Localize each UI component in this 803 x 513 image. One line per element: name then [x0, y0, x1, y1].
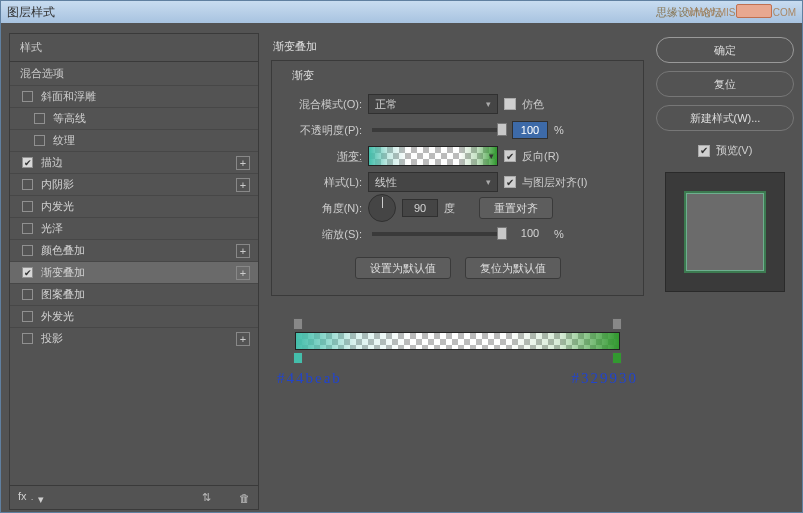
dither-checkbox[interactable] [504, 98, 516, 110]
hex-left-annotation: #44beab [277, 370, 342, 387]
style-checkbox[interactable] [22, 245, 33, 256]
up-down-icon[interactable]: ⇅ [202, 491, 211, 504]
blend-options-header[interactable]: 混合选项 [10, 61, 258, 85]
style-label: 描边 [41, 155, 236, 170]
align-layer-checkbox[interactable]: ✔ [504, 176, 516, 188]
degree-label: 度 [444, 201, 455, 216]
chevron-down-icon: ▾ [489, 151, 494, 161]
slider-thumb[interactable] [497, 227, 507, 240]
reset-button[interactable]: 复位 [656, 71, 794, 97]
style-checkbox[interactable] [34, 135, 45, 146]
set-default-button[interactable]: 设置为默认值 [355, 257, 451, 279]
reverse-checkbox[interactable]: ✔ [504, 150, 516, 162]
blend-mode-label: 混合模式(O): [282, 97, 362, 112]
style-label: 图案叠加 [41, 287, 250, 302]
scale-slider[interactable] [372, 232, 502, 236]
gradient-bar[interactable] [295, 332, 620, 350]
new-style-button[interactable]: 新建样式(W)... [656, 105, 794, 131]
style-checkbox[interactable] [22, 201, 33, 212]
style-label: 样式(L): [282, 175, 362, 190]
close-icon[interactable] [736, 4, 772, 18]
style-label: 投影 [41, 331, 236, 346]
chevron-down-icon: ▾ [486, 99, 491, 109]
opacity-slider[interactable] [372, 128, 502, 132]
window-title: 图层样式 [7, 4, 55, 21]
style-checkbox[interactable] [22, 333, 33, 344]
style-item-3[interactable]: ✔描边+ [10, 151, 258, 173]
scale-input[interactable]: 100 [512, 225, 548, 243]
style-item-11[interactable]: 投影+ [10, 327, 258, 349]
style-checkbox[interactable] [22, 289, 33, 300]
style-checkbox[interactable] [22, 179, 33, 190]
style-label: 内阴影 [41, 177, 236, 192]
titlebar[interactable]: 图层样式 思缘设计论坛 WWW.MISSYUAN.COM [1, 1, 802, 23]
gradient-picker[interactable]: ▾ [368, 146, 498, 166]
add-effect-icon[interactable]: + [236, 178, 250, 192]
styles-header: 样式 [10, 34, 258, 61]
gradient-label: 渐变: [282, 149, 362, 164]
style-label: 外发光 [41, 309, 250, 324]
percent-label: % [554, 228, 564, 240]
style-item-1[interactable]: 等高线 [10, 107, 258, 129]
style-item-6[interactable]: 光泽 [10, 217, 258, 239]
reset-default-button[interactable]: 复位为默认值 [465, 257, 561, 279]
style-label: 等高线 [53, 111, 250, 126]
ok-button[interactable]: 确定 [656, 37, 794, 63]
style-checkbox[interactable] [34, 113, 45, 124]
hex-right-annotation: #329930 [572, 370, 639, 387]
opacity-stop-left[interactable] [293, 318, 303, 330]
dialog-body: 样式 混合选项 斜面和浮雕等高线纹理✔描边+内阴影+内发光光泽颜色叠加+✔渐变叠… [1, 23, 802, 512]
style-item-0[interactable]: 斜面和浮雕 [10, 85, 258, 107]
style-checkbox[interactable] [22, 91, 33, 102]
style-item-8[interactable]: ✔渐变叠加+ [10, 261, 258, 283]
slider-thumb[interactable] [497, 123, 507, 136]
gradient-editor: #44beab #329930 [271, 318, 644, 378]
styles-panel: 样式 混合选项 斜面和浮雕等高线纹理✔描边+内阴影+内发光光泽颜色叠加+✔渐变叠… [9, 33, 259, 510]
trash-icon[interactable]: 🗑 [239, 492, 250, 504]
reset-align-button[interactable]: 重置对齐 [479, 197, 553, 219]
style-item-2[interactable]: 纹理 [10, 129, 258, 151]
style-item-9[interactable]: 图案叠加 [10, 283, 258, 305]
fieldset-legend: 渐变 [288, 68, 318, 83]
style-select[interactable]: 线性▾ [368, 172, 498, 192]
percent-label: % [554, 124, 564, 136]
style-checkbox[interactable]: ✔ [22, 267, 33, 278]
align-layer-label: 与图层对齐(I) [522, 175, 587, 190]
opacity-input[interactable]: 100 [512, 121, 548, 139]
preview-label: 预览(V) [716, 143, 753, 158]
preview-checkbox[interactable]: ✔ [698, 145, 710, 157]
fx-menu-icon[interactable]: fx﹒▾ [18, 489, 44, 506]
preview-box [665, 172, 785, 292]
reverse-label: 反向(R) [522, 149, 559, 164]
blend-mode-select[interactable]: 正常▾ [368, 94, 498, 114]
color-stop-right[interactable] [612, 352, 622, 364]
styles-footer: fx﹒▾ ⇅ 🗑 [10, 485, 258, 509]
gradient-fieldset: 渐变 混合模式(O): 正常▾ 仿色 不透明度(P): 100 % 渐变: ▾ [271, 60, 644, 296]
add-effect-icon[interactable]: + [236, 244, 250, 258]
gradient-overlay-panel: 渐变叠加 渐变 混合模式(O): 正常▾ 仿色 不透明度(P): 100 % 渐… [263, 33, 652, 510]
style-checkbox[interactable]: ✔ [22, 157, 33, 168]
style-label: 光泽 [41, 221, 250, 236]
add-effect-icon[interactable]: + [236, 266, 250, 280]
opacity-label: 不透明度(P): [282, 123, 362, 138]
layer-style-dialog: 图层样式 思缘设计论坛 WWW.MISSYUAN.COM 样式 混合选项 斜面和… [0, 0, 803, 513]
style-label: 内发光 [41, 199, 250, 214]
style-label: 颜色叠加 [41, 243, 236, 258]
angle-dial[interactable] [368, 194, 396, 222]
style-label: 纹理 [53, 133, 250, 148]
style-checkbox[interactable] [22, 311, 33, 322]
angle-label: 角度(N): [282, 201, 362, 216]
color-stop-left[interactable] [293, 352, 303, 364]
opacity-stop-right[interactable] [612, 318, 622, 330]
angle-input[interactable]: 90 [402, 199, 438, 217]
chevron-down-icon: ▾ [486, 177, 491, 187]
style-item-7[interactable]: 颜色叠加+ [10, 239, 258, 261]
style-item-4[interactable]: 内阴影+ [10, 173, 258, 195]
add-effect-icon[interactable]: + [236, 332, 250, 346]
add-effect-icon[interactable]: + [236, 156, 250, 170]
style-checkbox[interactable] [22, 223, 33, 234]
section-title: 渐变叠加 [273, 39, 644, 54]
style-item-5[interactable]: 内发光 [10, 195, 258, 217]
style-item-10[interactable]: 外发光 [10, 305, 258, 327]
dither-label: 仿色 [522, 97, 544, 112]
